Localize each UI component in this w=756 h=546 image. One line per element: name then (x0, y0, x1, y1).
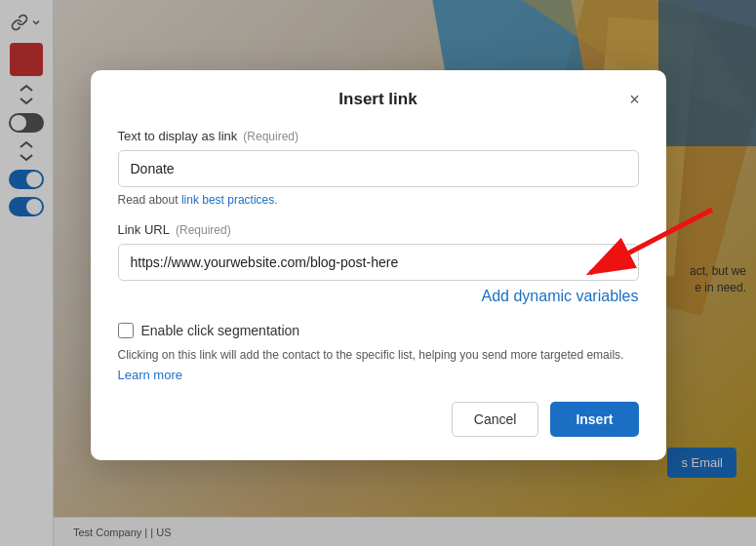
link-url-label: Link URL (Required) (118, 222, 639, 237)
add-dynamic-variables-link[interactable]: Add dynamic variables (482, 288, 639, 304)
modal-footer: Cancel Insert (91, 382, 666, 437)
modal-close-button[interactable]: × (623, 88, 647, 111)
checkbox-label: Enable click segmentation (141, 323, 300, 338)
cancel-button[interactable]: Cancel (452, 402, 539, 437)
url-input-container (118, 244, 639, 281)
insert-link-modal: Insert link × Text to display as link (R… (91, 70, 666, 460)
enable-click-segmentation-checkbox[interactable] (118, 323, 134, 338)
link-url-input[interactable] (118, 244, 639, 281)
display-text-label: Text to display as link (Required) (118, 129, 639, 143)
display-text-required: (Required) (243, 130, 298, 143)
link-best-practices-link[interactable]: link best practices. (181, 193, 278, 207)
modal-header: Insert link × (91, 70, 666, 123)
add-dynamic-row: Add dynamic variables (118, 288, 639, 305)
modal-title: Insert link (338, 90, 417, 109)
link-url-required: (Required) (176, 223, 231, 237)
display-text-input[interactable] (118, 150, 639, 187)
learn-more-link[interactable]: Learn more (118, 368, 639, 382)
insert-button[interactable]: Insert (550, 402, 638, 437)
link-url-section: Link URL (Required) Add dynamic varia (118, 222, 639, 305)
helper-text: Clicking on this link will add the conta… (118, 346, 639, 364)
modal-body: Text to display as link (Required) Read … (91, 123, 666, 382)
display-text-hint: Read about link best practices. (118, 193, 639, 207)
checkbox-row: Enable click segmentation (118, 323, 639, 338)
